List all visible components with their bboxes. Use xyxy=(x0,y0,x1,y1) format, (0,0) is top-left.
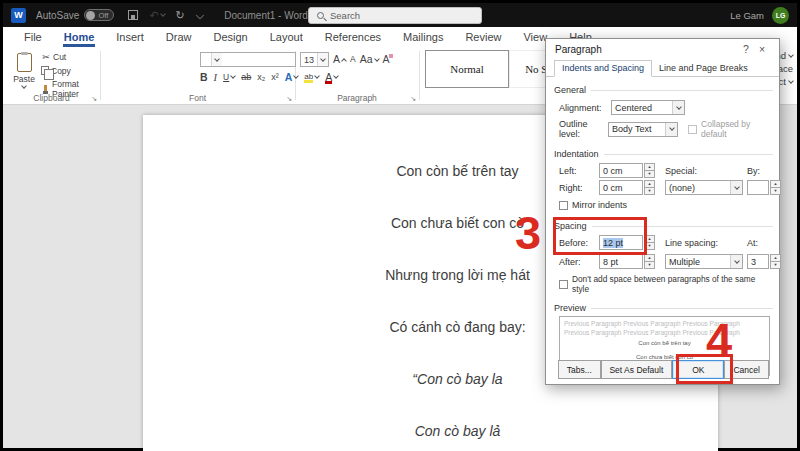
font-group: 13 A A Aa A B I U xyxy=(100,47,295,104)
italic-button[interactable]: I xyxy=(214,72,218,83)
word-logo-icon: W xyxy=(11,8,26,23)
search-input[interactable]: Search xyxy=(308,7,482,24)
autosave-state: Off xyxy=(98,11,108,20)
clipboard-dialog-launcher-icon[interactable]: ↘ xyxy=(91,95,97,102)
clipboard-group-label: Clipboard xyxy=(3,93,100,103)
tab-indents-and-spacing[interactable]: Indents and Spacing xyxy=(554,60,652,77)
by-label: By: xyxy=(747,166,781,176)
undo-button[interactable]: ↶ xyxy=(149,10,164,21)
annotation-step-3: 3 xyxy=(515,209,541,256)
clipboard-icon xyxy=(17,53,32,72)
indent-left-spinner[interactable]: 0 cm ▲▼ xyxy=(599,163,655,178)
tab-design[interactable]: Design xyxy=(202,28,258,47)
by-spinner[interactable]: ▲▼ xyxy=(747,180,781,195)
cut-button[interactable]: ✂ Cut xyxy=(41,52,100,62)
outline-level-dropdown[interactable]: Body Text xyxy=(608,122,678,137)
line-spacing-label: Line spacing: xyxy=(665,238,743,248)
spin-down-icon[interactable]: ▼ xyxy=(644,261,655,269)
indent-right-label: Right: xyxy=(559,183,599,193)
alignment-dropdown[interactable]: Centered xyxy=(611,100,685,115)
annotation-box-spacing xyxy=(553,217,647,255)
tab-home[interactable]: Home xyxy=(53,28,106,47)
general-section-label: General xyxy=(554,85,586,95)
at-label: At: xyxy=(747,238,781,248)
bold-button[interactable]: B xyxy=(200,71,208,83)
chevron-down-icon xyxy=(214,56,220,62)
after-spinner[interactable]: 8 pt ▲▼ xyxy=(599,254,655,269)
paste-button[interactable]: Paste xyxy=(9,51,39,99)
spin-down-icon[interactable]: ▼ xyxy=(644,187,655,195)
font-group-label: Font xyxy=(100,93,295,103)
tab-line-and-page-breaks[interactable]: Line and Page Breaks xyxy=(652,61,755,76)
chevron-down-icon xyxy=(676,104,682,110)
tab-file[interactable]: File xyxy=(13,28,53,47)
tab-references[interactable]: References xyxy=(314,28,392,47)
indent-left-label: Left: xyxy=(559,166,599,176)
tabs-button[interactable]: Tabs... xyxy=(558,360,601,379)
annotation-box-ok xyxy=(676,354,733,384)
help-icon[interactable]: ? xyxy=(738,43,754,55)
poem-line: Con cò bay lả xyxy=(197,405,718,451)
mirror-indents-label: Mirror indents xyxy=(572,200,627,210)
collapsed-by-default-checkbox[interactable] xyxy=(688,125,697,134)
spin-down-icon[interactable]: ▼ xyxy=(644,170,655,178)
font-dialog-launcher-icon[interactable]: ↘ xyxy=(286,95,292,102)
indent-right-spinner[interactable]: 0 cm ▲▼ xyxy=(599,180,655,195)
autosave-toggle[interactable]: Off xyxy=(84,9,114,21)
clipboard-group: Paste ✂ Cut Copy Format Painter Clipboar… xyxy=(3,47,100,104)
no-space-same-style-checkbox[interactable] xyxy=(559,280,568,289)
font-name-combo[interactable] xyxy=(200,52,296,67)
tab-layout[interactable]: Layout xyxy=(259,28,314,47)
undo-icon: ↶ xyxy=(149,10,158,21)
outline-level-label: Outline level: xyxy=(559,119,608,139)
tab-mailings[interactable]: Mailings xyxy=(392,28,454,47)
toggle-knob-icon xyxy=(86,11,95,20)
subscript-button[interactable]: x₂ xyxy=(257,72,265,82)
spin-down-icon[interactable]: ▼ xyxy=(770,187,781,195)
special-dropdown[interactable]: (none) xyxy=(665,180,743,195)
tab-insert[interactable]: Insert xyxy=(105,28,155,47)
redo-icon[interactable]: ↻ xyxy=(176,10,185,21)
copy-button[interactable]: Copy xyxy=(41,66,100,76)
save-icon[interactable] xyxy=(128,10,138,20)
tab-draw[interactable]: Draw xyxy=(155,28,203,47)
chevron-down-icon xyxy=(734,258,740,264)
word-window: W AutoSave Off ↶ ↻ ⌵ Document1 - Word Se… xyxy=(0,0,800,451)
strikethrough-button[interactable]: ab xyxy=(241,72,251,82)
style-normal[interactable]: Normal xyxy=(425,50,509,88)
chevron-down-icon xyxy=(788,78,794,84)
copy-icon xyxy=(41,66,49,75)
scissors-icon: ✂ xyxy=(41,52,51,62)
chevron-down-icon xyxy=(21,83,27,89)
close-icon[interactable]: × xyxy=(754,43,770,55)
autosave-label: AutoSave xyxy=(36,10,79,21)
chevron-down-icon xyxy=(230,73,236,79)
special-label: Special: xyxy=(665,166,743,176)
paragraph-group-label: Paragraph xyxy=(295,93,419,103)
paragraph-dialog-launcher-icon[interactable]: ↘ xyxy=(410,95,416,102)
alignment-label: Alignment: xyxy=(559,103,611,113)
document-title: Document1 - Word xyxy=(224,10,308,21)
quick-access-toolbar: ↶ ↻ ⌵ xyxy=(128,10,204,21)
chevron-down-icon xyxy=(669,125,675,131)
search-icon xyxy=(317,12,324,19)
mirror-indents-checkbox[interactable] xyxy=(559,201,568,210)
chevron-down-icon xyxy=(160,11,166,17)
chevron-down-icon xyxy=(734,184,740,190)
preview-filler-text: Previous Paragraph Previous Paragraph Pr… xyxy=(564,320,765,338)
tab-review[interactable]: Review xyxy=(454,28,512,47)
underline-button[interactable]: U xyxy=(223,72,235,82)
search-placeholder: Search xyxy=(330,10,360,21)
set-as-default-button[interactable]: Set As Default xyxy=(601,360,673,379)
line-spacing-dropdown[interactable]: Multiple xyxy=(665,254,743,269)
no-space-same-style-label: Don't add space between paragraphs of th… xyxy=(572,274,773,294)
paragraph-dialog: Paragraph ? × Indents and Spacing Line a… xyxy=(545,38,780,385)
at-spinner[interactable]: 3 ▲▼ xyxy=(747,254,781,269)
preview-sample-line: Con còn bế trên tay xyxy=(564,340,765,346)
customize-qat-icon[interactable]: ⌵ xyxy=(196,10,204,21)
chevron-down-icon xyxy=(788,52,794,58)
paragraph-group: AZ ¶ ↕ xyxy=(295,47,419,104)
superscript-button[interactable]: x² xyxy=(271,72,279,82)
avatar[interactable]: LG xyxy=(772,7,789,24)
spin-down-icon[interactable]: ▼ xyxy=(770,261,781,269)
